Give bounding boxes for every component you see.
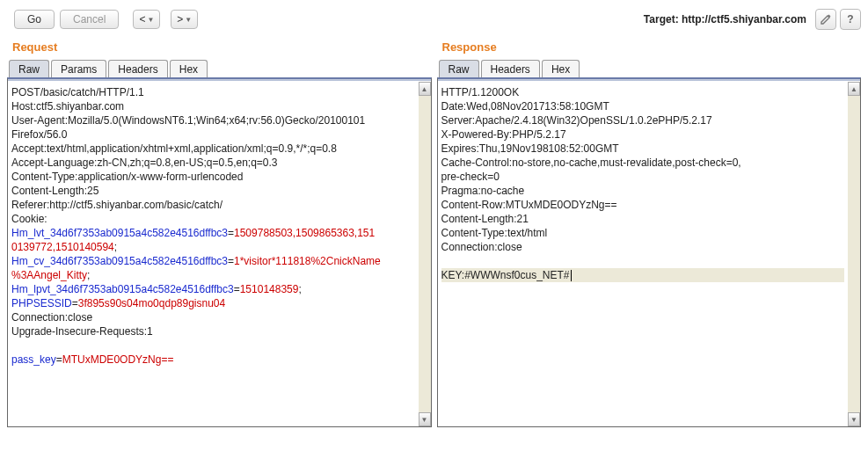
response-content[interactable]: HTTP/1.1200OKDate:Wed,08Nov201713:58:10G…: [438, 82, 849, 426]
tab-raw[interactable]: Raw: [439, 60, 479, 78]
request-panel: Request Raw Params Headers Hex POST/basi…: [7, 37, 432, 427]
scrollbar[interactable]: ▲ ▼: [848, 82, 860, 426]
tab-raw[interactable]: Raw: [9, 60, 49, 78]
go-button[interactable]: Go: [14, 10, 55, 29]
scroll-down-icon[interactable]: ▼: [848, 412, 860, 426]
response-title: Response: [437, 37, 862, 59]
scrollbar[interactable]: ▲ ▼: [419, 82, 431, 426]
next-button[interactable]: >▼: [171, 10, 198, 29]
tab-hex[interactable]: Hex: [542, 60, 580, 78]
request-title: Request: [7, 37, 432, 59]
cancel-button[interactable]: Cancel: [60, 10, 119, 29]
prev-button[interactable]: <▼: [133, 10, 160, 29]
toolbar: Go Cancel <▼ >▼ Target: http://ctf5.shiy…: [7, 5, 861, 37]
target-label: Target: http://ctf5.shiyanbar.com: [644, 13, 806, 25]
request-content[interactable]: POST/basic/catch/HTTP/1.1Host:ctf5.shiya…: [8, 82, 419, 426]
edit-icon[interactable]: [815, 9, 836, 30]
tab-headers[interactable]: Headers: [481, 60, 540, 78]
help-icon[interactable]: ?: [840, 9, 861, 30]
scroll-up-icon[interactable]: ▲: [419, 82, 431, 96]
response-tabs: Raw Headers Hex: [437, 59, 862, 77]
tab-params[interactable]: Params: [51, 60, 106, 78]
request-tabs: Raw Params Headers Hex: [7, 59, 432, 77]
response-panel: Response Raw Headers Hex HTTP/1.1200OKDa…: [437, 37, 862, 427]
scroll-down-icon[interactable]: ▼: [419, 412, 431, 426]
tab-hex[interactable]: Hex: [170, 60, 208, 78]
tab-headers[interactable]: Headers: [108, 60, 167, 78]
scroll-up-icon[interactable]: ▲: [848, 82, 860, 96]
